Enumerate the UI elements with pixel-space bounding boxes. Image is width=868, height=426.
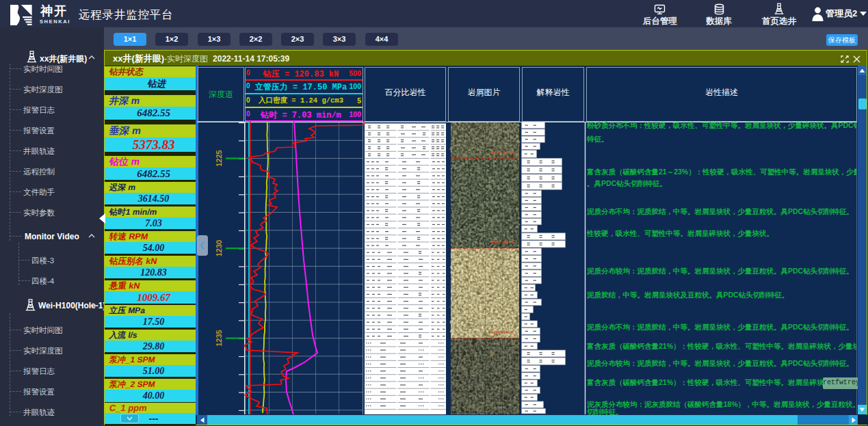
svg-text:1225: 1225 bbox=[215, 150, 223, 166]
svg-text:1230: 1230 bbox=[215, 240, 223, 256]
svg-text:1235: 1235 bbox=[215, 330, 223, 346]
svg-text:6486.00 M: 6486.00 M bbox=[491, 330, 514, 335]
svg-text:6476.00 M: 6476.00 M bbox=[491, 150, 514, 155]
svg-text:6481.00 M: 6481.00 M bbox=[491, 240, 514, 245]
